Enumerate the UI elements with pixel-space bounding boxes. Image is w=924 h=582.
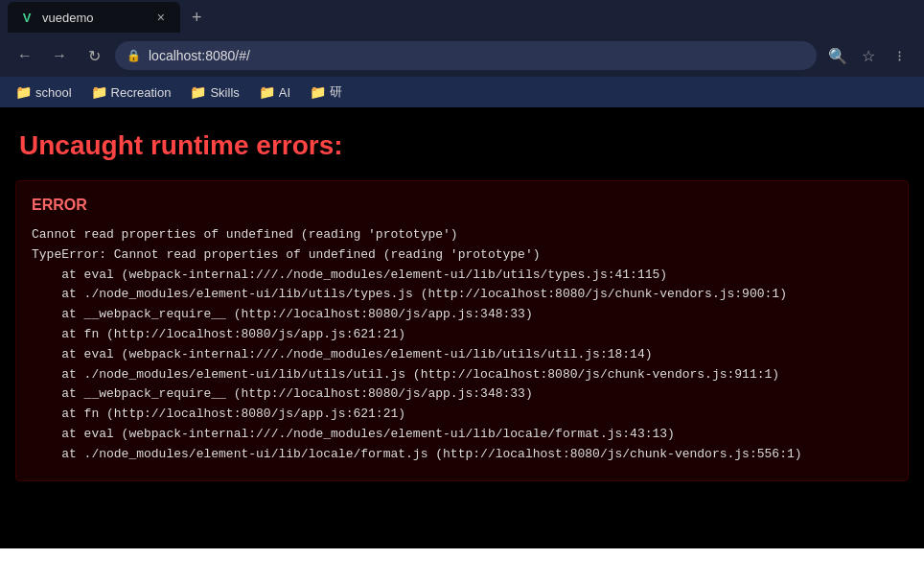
bookmark-yan[interactable]: 📁 研 bbox=[302, 81, 350, 103]
bookmarks-bar: 📁 school 📁 Recreation 📁 Skills 📁 AI 📁 研 bbox=[0, 77, 924, 107]
folder-icon: 📁 bbox=[310, 84, 326, 100]
bookmark-school[interactable]: 📁 school bbox=[8, 82, 80, 102]
bookmark-recreation[interactable]: 📁 Recreation bbox=[83, 82, 179, 102]
folder-icon: 📁 bbox=[15, 84, 32, 100]
folder-icon: 📁 bbox=[190, 84, 206, 100]
bookmark-skills-label: Skills bbox=[210, 85, 239, 100]
lock-icon: 🔒 bbox=[127, 49, 141, 62]
address-bar[interactable]: 🔒 localhost:8080/#/ bbox=[115, 41, 817, 70]
bookmark-yan-label: 研 bbox=[330, 83, 342, 101]
bookmark-ai-label: AI bbox=[279, 85, 290, 100]
refresh-icon: ↻ bbox=[88, 47, 101, 65]
back-button[interactable]: ← bbox=[12, 42, 38, 69]
active-tab[interactable]: V vuedemo × bbox=[8, 2, 180, 33]
error-label: ERROR bbox=[32, 197, 892, 214]
search-icon: 🔍 bbox=[828, 47, 847, 65]
tab-title: vuedemo bbox=[42, 11, 146, 25]
bookmark-skills[interactable]: 📁 Skills bbox=[182, 82, 246, 102]
refresh-button[interactable]: ↻ bbox=[81, 42, 107, 69]
nav-actions: 🔍 ☆ ⁝ bbox=[824, 42, 912, 69]
back-icon: ← bbox=[17, 47, 33, 64]
error-header: Uncaught runtime errors: bbox=[0, 107, 924, 180]
navigation-bar: ← → ↻ 🔒 localhost:8080/#/ 🔍 ☆ ⁝ bbox=[0, 35, 924, 77]
folder-icon: 📁 bbox=[259, 84, 275, 100]
new-tab-button[interactable]: + bbox=[184, 6, 210, 30]
bookmark-school-label: school bbox=[35, 85, 72, 100]
bookmark-ai[interactable]: 📁 AI bbox=[251, 82, 298, 102]
error-overlay: Uncaught runtime errors: ERROR Cannot re… bbox=[0, 107, 924, 548]
error-stack-trace: Cannot read properties of undefined (rea… bbox=[32, 225, 892, 465]
address-text: localhost:8080/#/ bbox=[149, 48, 250, 63]
forward-button[interactable]: → bbox=[46, 42, 73, 69]
browser-chrome: V vuedemo × + ← → ↻ 🔒 localhost:8080/#/ … bbox=[0, 0, 924, 107]
forward-icon: → bbox=[52, 47, 67, 64]
tab-close-button[interactable]: × bbox=[153, 8, 169, 27]
search-button[interactable]: 🔍 bbox=[824, 42, 851, 69]
folder-icon: 📁 bbox=[91, 84, 107, 100]
bookmark-recreation-label: Recreation bbox=[111, 85, 172, 100]
vuedemo-logo: V bbox=[23, 11, 32, 25]
star-icon: ☆ bbox=[862, 47, 875, 65]
browser-menu-button[interactable]: ⁝ bbox=[886, 42, 912, 69]
error-heading: Uncaught runtime errors: bbox=[19, 130, 905, 161]
tab-favicon: V bbox=[19, 10, 35, 25]
bookmark-star-button[interactable]: ☆ bbox=[855, 42, 882, 69]
grid-menu-icon: ⁝ bbox=[897, 47, 902, 65]
error-card: ERROR Cannot read properties of undefine… bbox=[15, 180, 909, 481]
tab-bar: V vuedemo × + bbox=[0, 0, 924, 35]
